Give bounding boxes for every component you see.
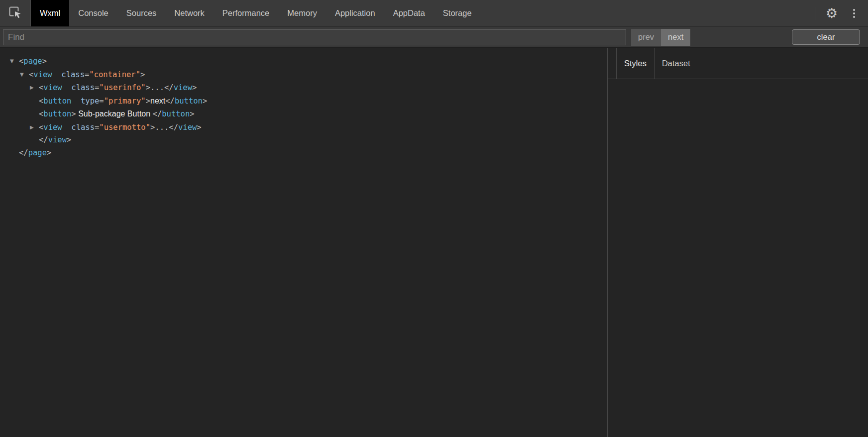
code-token-plain	[52, 70, 62, 79]
code-token-punct: <	[39, 83, 43, 92]
devtools-window: WxmlConsoleSourcesNetworkPerformanceMemo…	[0, 0, 868, 437]
tab-application[interactable]: Application	[326, 0, 384, 26]
code-token-punct: =	[99, 97, 104, 106]
tab-network[interactable]: Network	[165, 0, 214, 26]
tree-line[interactable]: </page>	[10, 147, 607, 160]
code-token-attr: class	[71, 123, 95, 132]
code-token-punct: </	[164, 83, 174, 92]
toolbar-separator	[816, 7, 816, 20]
code-token-attr: class	[61, 70, 85, 79]
code-token-value: "usermotto"	[99, 123, 150, 132]
triangle-right-icon[interactable]: ▶	[30, 121, 39, 134]
tree-line[interactable]: ▶<view class="userinfo">...</view>	[10, 81, 607, 95]
code-token-plain	[71, 97, 81, 106]
code-token-punct: <	[39, 97, 43, 106]
settings-gear-icon[interactable]: ⚙	[820, 0, 843, 26]
code-token-punct: >	[197, 123, 201, 132]
code-token-punct: >	[190, 109, 194, 118]
toolbar: WxmlConsoleSourcesNetworkPerformanceMemo…	[0, 0, 868, 27]
code-token-punct: >	[203, 97, 207, 106]
code-token-tag: button	[43, 109, 71, 118]
code-token-value: "container"	[89, 70, 140, 79]
tab-storage[interactable]: Storage	[434, 0, 481, 26]
tree-line[interactable]: ▼<page>	[10, 55, 607, 68]
code-token-tag: page	[23, 57, 42, 66]
tab-console[interactable]: Console	[69, 0, 117, 26]
tab-performance[interactable]: Performance	[214, 0, 278, 26]
dom-tree: ▼<page>▼<view class="container">▶<view c…	[0, 48, 607, 437]
code-token-tag: button	[162, 109, 190, 118]
styles-panel-body	[608, 79, 868, 437]
code-token-punct: </	[19, 148, 28, 157]
tab-wxml[interactable]: Wxml	[31, 0, 69, 26]
code-token-punct: >	[140, 70, 145, 79]
dot	[853, 12, 855, 14]
code-token-punct: >	[146, 97, 150, 106]
dot	[853, 9, 855, 11]
code-token-tag: view	[43, 83, 62, 92]
tab-dataset[interactable]: Dataset	[654, 48, 698, 79]
code-token-punct: <	[39, 123, 43, 132]
find-nav-buttons: prev next	[631, 29, 690, 46]
code-token-punct: <	[29, 70, 33, 79]
dot	[853, 16, 855, 18]
tree-line[interactable]: ▶<view class="usermotto">...</view>	[10, 121, 607, 134]
tab-memory[interactable]: Memory	[278, 0, 326, 26]
tree-line[interactable]: </view>	[10, 134, 607, 147]
code-token-tag: view	[174, 83, 192, 92]
tree-line[interactable]: <button> Sub-package Button </button>	[10, 108, 607, 121]
code-token-tag: button	[175, 97, 203, 106]
code-token-text: Sub-package Button	[76, 109, 153, 118]
code-token-plain	[62, 83, 72, 92]
content-area: ▼<page>▼<view class="container">▶<view c…	[0, 48, 868, 437]
code-token-punct: ...	[150, 83, 164, 92]
tab-styles[interactable]: Styles	[616, 48, 654, 79]
code-token-punct: </	[39, 135, 48, 144]
code-token-text: next	[150, 97, 165, 105]
toolbar-spacer	[481, 0, 812, 26]
code-token-tag: view	[178, 123, 197, 132]
code-token-value: "primary"	[104, 97, 146, 106]
code-token-tag: view	[43, 123, 62, 132]
tab-appdata[interactable]: AppData	[384, 0, 434, 26]
find-prev-button[interactable]: prev	[631, 29, 661, 46]
code-token-punct: <	[39, 109, 43, 118]
code-token-punct: >	[150, 123, 155, 132]
code-token-punct: >	[192, 83, 197, 92]
code-token-tag: view	[33, 70, 52, 79]
code-token-punct: =	[95, 123, 99, 132]
code-token-punct: =	[95, 83, 99, 92]
triangle-down-icon[interactable]: ▼	[10, 55, 19, 68]
clear-button[interactable]: clear	[792, 29, 860, 45]
code-token-punct: >	[47, 148, 51, 157]
code-token-punct: <	[19, 57, 23, 66]
inspect-icon	[8, 5, 22, 21]
code-token-punct: </	[153, 109, 162, 118]
code-token-punct: =	[85, 70, 89, 79]
code-token-punct: >	[71, 109, 76, 118]
code-token-attr: type	[81, 97, 99, 106]
code-token-punct: </	[165, 97, 175, 106]
tree-line[interactable]: <button type="primary">next</button>	[10, 95, 607, 108]
code-token-tag: page	[28, 148, 47, 157]
code-token-punct: >	[146, 83, 150, 92]
code-token-punct: ...	[155, 123, 169, 132]
code-token-tag: view	[48, 135, 67, 144]
triangle-down-icon[interactable]: ▼	[20, 68, 29, 81]
inspect-element-button[interactable]	[0, 0, 31, 26]
find-input[interactable]	[3, 29, 626, 45]
overflow-menu-icon[interactable]	[843, 0, 865, 26]
find-next-button[interactable]: next	[661, 29, 690, 46]
tab-sources[interactable]: Sources	[117, 0, 166, 26]
code-token-value: "userinfo"	[99, 83, 145, 92]
triangle-right-icon[interactable]: ▶	[30, 81, 39, 94]
code-token-plain	[62, 123, 72, 132]
tree-line[interactable]: ▼<view class="container">	[10, 68, 607, 82]
code-token-punct: >	[42, 57, 47, 66]
code-token-attr: class	[71, 83, 95, 92]
code-token-punct: >	[67, 135, 71, 144]
styles-panel-tabs: StylesDataset	[608, 48, 868, 79]
styles-panel: StylesDataset	[607, 48, 868, 437]
toolbar-tabs: WxmlConsoleSourcesNetworkPerformanceMemo…	[31, 0, 481, 26]
code-token-tag: button	[43, 97, 71, 106]
